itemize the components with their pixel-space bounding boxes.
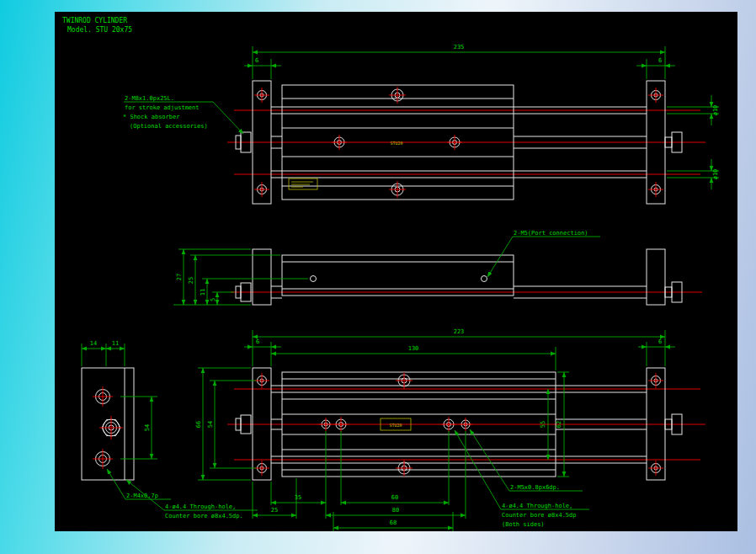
dim-54: 54 bbox=[207, 421, 214, 428]
note-cb-right-line3: (Both sides) bbox=[502, 521, 545, 528]
model-label: Model. STU 20x75 bbox=[67, 26, 132, 34]
note-stroke-line2: for stroke adjustment bbox=[125, 104, 200, 111]
dim-rod-dia-bottom: ø10 bbox=[712, 169, 719, 180]
dim-25: 25 bbox=[271, 507, 278, 514]
body-marking: STU20 bbox=[389, 423, 402, 428]
dim-11: 11 bbox=[200, 289, 206, 296]
dim-plate-left-6: 6 bbox=[256, 338, 259, 345]
dim-body-130: 130 bbox=[408, 345, 419, 352]
note-stroke-line1: 2-M8x1.0px25L. bbox=[125, 95, 174, 102]
dim-5: 5 bbox=[210, 298, 216, 301]
dim-55: 55 bbox=[540, 421, 546, 428]
note-cb-right-line2: Counter bore ø8x4.5dp bbox=[502, 512, 577, 519]
dim-overall-235: 235 bbox=[454, 44, 465, 51]
note-cb-left-line1: 4-ø4.4 Through-hole, bbox=[165, 503, 236, 510]
dim-54: 54 bbox=[144, 424, 151, 431]
dim-plate-left-6: 6 bbox=[255, 57, 258, 64]
dim-14: 14 bbox=[90, 340, 97, 347]
dim-plate-right-6: 6 bbox=[658, 57, 662, 64]
dim-35: 35 bbox=[295, 494, 301, 501]
dim-27: 27 bbox=[176, 274, 183, 280]
dim-25: 25 bbox=[188, 277, 194, 284]
cad-viewer-window: TWINROD CYLINDER Model. STU 20x75 bbox=[0, 0, 756, 554]
cad-drawing: TWINROD CYLINDER Model. STU 20x75 bbox=[0, 0, 756, 554]
note-cb-right-line1: 4-ø4.4 Through-hole, bbox=[502, 503, 572, 509]
note-cb-left-line2: Counter bore ø8x4.5dp. bbox=[165, 513, 243, 519]
body-marking: STU20 bbox=[390, 141, 402, 146]
product-title: TWINROD CYLINDER bbox=[62, 17, 127, 24]
note-stroke-line4: (Optional accessories) bbox=[130, 123, 208, 130]
dim-11: 11 bbox=[112, 340, 119, 347]
note-stroke-line3: * Shock absorber bbox=[123, 114, 179, 120]
note-port: 2-M5(Port connection) bbox=[514, 230, 588, 237]
dim-60: 60 bbox=[391, 494, 398, 501]
note-m4: 2-M4x0.7p bbox=[126, 493, 158, 499]
dim-68: 68 bbox=[390, 519, 397, 526]
dim-80: 80 bbox=[392, 507, 399, 514]
note-m5: 2-M5x0.8px6dp. bbox=[510, 484, 560, 491]
dim-overall-223: 223 bbox=[454, 328, 465, 335]
dim-62: 62 bbox=[556, 421, 562, 428]
dim-rod-dia-top: ø10 bbox=[712, 105, 719, 116]
dim-plate-right-6: 6 bbox=[658, 338, 662, 345]
dim-66: 66 bbox=[195, 421, 202, 428]
